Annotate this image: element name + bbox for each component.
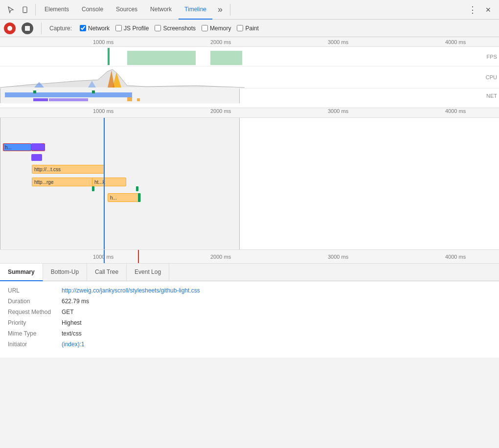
tab-divider-2 [230, 4, 230, 16]
ruler-tick-4000: 4000 ms [445, 37, 466, 47]
net-ruler-1000: 1000 ms [93, 108, 113, 114]
cursor-icon[interactable] [4, 3, 18, 17]
net-bar-row3[interactable] [31, 154, 42, 161]
svg-marker-5 [0, 69, 245, 88]
svg-rect-12 [49, 98, 88, 101]
more-options-button[interactable]: ⋮ [466, 3, 479, 17]
priority-value: Highest [62, 319, 82, 326]
paint-checkbox-input[interactable] [237, 25, 243, 31]
tab-network[interactable]: Network [144, 0, 178, 20]
bottom-ruler-3000: 3000 ms [328, 254, 348, 260]
svg-marker-8 [34, 82, 44, 88]
cpu-graph [0, 67, 499, 88]
net-bar-html[interactable]: h... [3, 143, 31, 151]
more-tabs-button[interactable]: » [213, 3, 227, 17]
ruler-tick-3000: 3000 ms [328, 37, 348, 47]
record-circle-icon [7, 26, 12, 31]
capture-screenshots-label: Screenshots [163, 25, 196, 32]
capture-bar: Capture: Network JS Profile Screenshots … [0, 20, 499, 37]
network-checkbox-input[interactable] [80, 25, 86, 31]
net-bar-large[interactable]: http...rge [32, 178, 95, 186]
capture-label: Capture: [49, 25, 72, 32]
time-marker-1000 [104, 118, 105, 249]
detail-mime-row: Mime Type text/css [8, 330, 491, 337]
detail-duration-row: Duration 622.79 ms [8, 298, 491, 305]
stop-icon [25, 26, 30, 31]
details-area: URL http://zweig.co/jankyscroll/styleshe… [0, 281, 499, 358]
detail-priority-row: Priority Highest [8, 319, 491, 326]
net-marker-green1 [92, 186, 94, 191]
svg-rect-11 [33, 98, 48, 101]
network-rows: h... http://...t.css http...rge ht...k h… [0, 118, 499, 120]
overview-panel[interactable]: 1000 ms 2000 ms 3000 ms 4000 ms FPS CPU [0, 37, 499, 108]
capture-memory-checkbox[interactable]: Memory [202, 25, 231, 32]
net-label: NET [486, 93, 497, 99]
ruler-tick-1000: 1000 ms [93, 37, 113, 47]
close-devtools-button[interactable]: ✕ [481, 3, 495, 17]
bottom-ruler-2000: 2000 ms [210, 254, 231, 260]
svg-rect-10 [5, 92, 132, 97]
tab-bottom-up[interactable]: Bottom-Up [43, 264, 87, 281]
capture-network-checkbox[interactable]: Network [80, 25, 110, 32]
tab-sources[interactable]: Sources [110, 0, 143, 20]
tab-event-log[interactable]: Event Log [127, 264, 169, 281]
svg-rect-2 [108, 48, 110, 65]
svg-rect-1 [24, 12, 26, 13]
net-bar-css[interactable]: http://...t.css [32, 165, 104, 174]
svg-rect-3 [127, 51, 196, 65]
jsprofile-checkbox-input[interactable] [115, 25, 122, 31]
capture-jsprofile-checkbox[interactable]: JS Profile [115, 25, 149, 32]
device-icon[interactable] [19, 3, 32, 17]
initiator-value[interactable]: (index):1 [62, 341, 85, 348]
net-marker-green2 [136, 186, 138, 191]
net-bar-row2[interactable] [31, 143, 42, 150]
svg-rect-0 [23, 7, 27, 13]
capture-network-label: Network [88, 25, 110, 32]
net-bar-h[interactable]: h... [108, 193, 141, 202]
tab-call-tree[interactable]: Call Tree [87, 264, 127, 281]
detail-method-row: Request Method GET [8, 309, 491, 315]
fps-label: FPS [487, 54, 497, 60]
detail-url-row: URL http://zweig.co/jankyscroll/styleshe… [8, 287, 491, 294]
svg-marker-6 [113, 72, 121, 88]
net-graph [0, 89, 499, 103]
tab-timeline[interactable]: Timeline [179, 0, 212, 20]
fps-row: FPS [0, 47, 499, 67]
network-panel[interactable]: 1000 ms 2000 ms 3000 ms 4000 ms h... htt… [0, 108, 499, 250]
net-ruler-4000: 4000 ms [445, 108, 466, 114]
memory-checkbox-input[interactable] [202, 25, 208, 31]
bottom-marker-red [138, 250, 139, 263]
priority-label: Priority [8, 319, 62, 326]
mime-value: text/css [62, 330, 82, 337]
selection-overlay[interactable] [0, 89, 240, 103]
duration-value: 622.79 ms [62, 298, 89, 305]
devtools-tab-bar: Elements Console Sources Network Timelin… [0, 0, 499, 20]
cpu-label: CPU [486, 74, 497, 80]
panel-tabs: Summary Bottom-Up Call Tree Event Log [0, 264, 499, 281]
capture-paint-checkbox[interactable]: Paint [237, 25, 258, 32]
svg-marker-7 [108, 70, 114, 88]
bottom-marker-blue [104, 250, 105, 263]
net-marker-green3 [138, 193, 140, 202]
capture-screenshots-checkbox[interactable]: Screenshots [155, 25, 196, 32]
capture-jsprofile-label: JS Profile [124, 25, 149, 32]
tab-elements[interactable]: Elements [39, 0, 75, 20]
stop-button[interactable] [22, 22, 33, 34]
svg-rect-15 [127, 97, 132, 101]
url-value[interactable]: http://zweig.co/jankyscroll/stylesheets/… [62, 287, 200, 294]
network-row-1[interactable]: h... [0, 130, 499, 141]
svg-rect-4 [210, 51, 242, 65]
capture-paint-label: Paint [245, 25, 258, 32]
tab-divider-1 [35, 4, 36, 16]
cpu-row: CPU [0, 67, 499, 89]
svg-marker-9 [88, 81, 96, 88]
capture-memory-label: Memory [210, 25, 231, 32]
tab-console[interactable]: Console [76, 0, 109, 20]
tab-summary[interactable]: Summary [0, 264, 43, 281]
record-button[interactable] [4, 22, 16, 34]
method-value: GET [62, 309, 74, 315]
fps-graph [0, 47, 499, 66]
net-bar-k[interactable]: ht...k [92, 178, 126, 186]
screenshots-checkbox-input[interactable] [155, 25, 161, 31]
ruler-tick-2000: 2000 ms [210, 37, 231, 47]
